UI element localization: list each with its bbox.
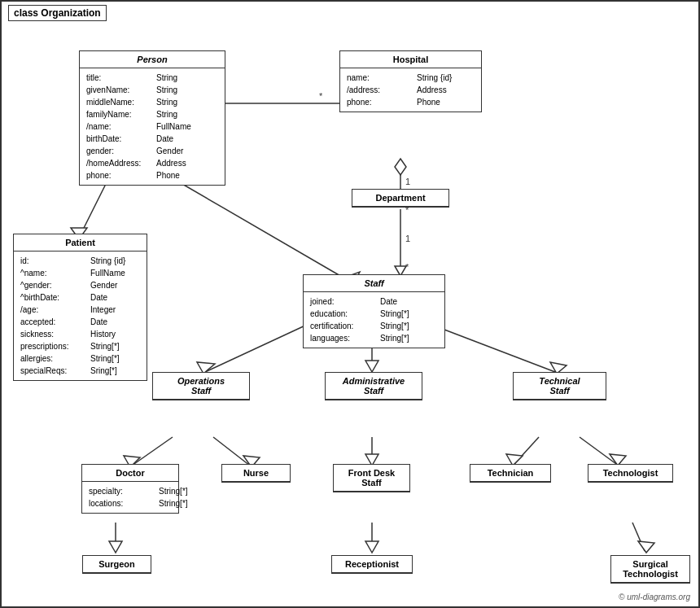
class-person: Person title:String givenName:String mid… [79,50,225,186]
class-doctor-header: Doctor [82,465,178,482]
svg-marker-4 [395,159,406,175]
svg-line-17 [205,319,319,372]
class-nurse-header: Nurse [222,465,290,482]
class-staff-header: Staff [304,275,444,292]
class-receptionist: Receptionist [331,555,413,574]
svg-text:1: 1 [405,177,410,186]
class-administrative-staff-header: AdministrativeStaff [326,373,422,400]
class-hospital: Hospital name:String {id} /address:Addre… [339,50,482,112]
svg-line-13 [177,181,352,282]
class-technical-staff-header: TechnicalStaff [514,373,606,400]
class-person-header: Person [80,51,225,68]
svg-text:*: * [405,262,409,272]
class-patient-body: id:String {id} ^name:FullName ^gender:Ge… [14,252,147,380]
svg-marker-20 [365,361,378,372]
svg-text:*: * [319,91,323,101]
class-technician: Technician [470,464,551,483]
class-operations-staff: OperationsStaff [152,372,250,400]
class-department: Department [352,189,449,208]
class-surgical-technologist: SurgicalTechnologist [610,555,690,584]
class-front-desk-staff-header: Front DeskStaff [334,465,409,492]
class-staff-body: joined:Date education:String[*] certific… [304,292,444,348]
class-technologist-header: Technologist [588,465,672,482]
class-doctor: Doctor specialty:String[*] locations:Str… [81,464,179,514]
class-person-body: title:String givenName:String middleName… [80,68,225,185]
svg-line-31 [580,437,616,464]
class-nurse: Nurse [221,464,291,483]
svg-marker-36 [365,541,378,553]
svg-marker-38 [638,541,654,553]
diagram-title: class Organization [8,5,107,21]
svg-line-11 [79,181,107,238]
class-administrative-staff: AdministrativeStaff [325,372,422,400]
class-surgeon: Surgeon [82,555,151,574]
svg-marker-34 [109,541,122,553]
class-patient: Patient id:String {id} ^name:FullName ^g… [13,234,147,381]
svg-line-25 [213,437,250,466]
class-technologist: Technologist [588,464,673,483]
class-operations-staff-header: OperationsStaff [153,373,249,400]
copyright: © uml-diagrams.org [619,593,690,601]
class-staff: Staff joined:Date education:String[*] ce… [303,274,445,348]
svg-text:1: 1 [405,234,410,243]
class-hospital-body: name:String {id} /address:Address phone:… [340,68,481,112]
svg-line-37 [632,523,645,551]
svg-line-23 [132,437,173,466]
class-surgical-technologist-header: SurgicalTechnologist [611,556,689,583]
class-surgeon-header: Surgeon [83,556,151,573]
class-patient-header: Patient [14,234,147,252]
svg-line-29 [514,437,539,464]
class-technician-header: Technician [470,465,550,482]
class-department-header: Department [352,190,448,207]
class-doctor-body: specialty:String[*] locations:String[*] [82,482,178,513]
class-technical-staff: TechnicalStaff [513,372,606,400]
class-receptionist-header: Receptionist [332,556,412,573]
class-hospital-header: Hospital [340,51,481,68]
class-front-desk-staff: Front DeskStaff [333,464,410,492]
diagram-container: class Organization * * 1 * 1 * * [0,0,700,608]
